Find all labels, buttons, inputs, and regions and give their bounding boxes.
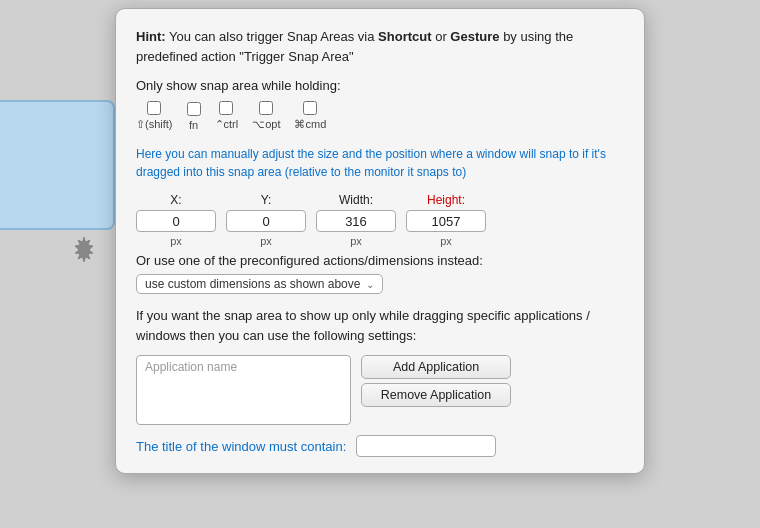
window-title-input[interactable] <box>356 435 496 457</box>
y-input[interactable] <box>226 210 306 232</box>
app-list-placeholder: Application name <box>141 358 241 376</box>
x-unit: px <box>170 235 182 247</box>
dragging-text: If you want the snap area to show up onl… <box>136 306 624 345</box>
height-unit: px <box>440 235 452 247</box>
window-title-label: The title of the window must contain: <box>136 439 346 454</box>
hint-middle: or <box>435 29 450 44</box>
modifier-opt: ⌥opt <box>252 101 280 131</box>
info-text: Here you can manually adjust the size an… <box>136 145 624 181</box>
modifier-fn-label: fn <box>189 119 198 131</box>
x-label: X: <box>170 193 181 207</box>
modifiers-row: ⇧(shift) fn ⌃ctrl ⌥opt ⌘cmd <box>136 101 624 131</box>
chevron-down-icon: ⌄ <box>366 279 374 290</box>
add-application-button[interactable]: Add Application <box>361 355 511 379</box>
y-label: Y: <box>261 193 272 207</box>
height-label: Height: <box>427 193 465 207</box>
checkbox-opt[interactable] <box>259 101 273 115</box>
app-buttons: Add Application Remove Application <box>361 355 511 407</box>
gear-icon[interactable] <box>68 235 100 267</box>
remove-application-button[interactable]: Remove Application <box>361 383 511 407</box>
modifier-fn: fn <box>187 102 201 131</box>
height-field-group: Height: px <box>406 193 486 247</box>
app-section: Application name Add Application Remove … <box>136 355 624 425</box>
width-input[interactable] <box>316 210 396 232</box>
x-field-group: X: px <box>136 193 216 247</box>
modifier-shift-label: ⇧(shift) <box>136 118 173 131</box>
settings-panel: Hint: You can also trigger Snap Areas vi… <box>115 8 645 474</box>
hint-prefix: You can also trigger Snap Areas via <box>169 29 378 44</box>
snap-area-preview <box>0 100 115 230</box>
modifier-opt-label: ⌥opt <box>252 118 280 131</box>
checkbox-fn[interactable] <box>187 102 201 116</box>
width-unit: px <box>350 235 362 247</box>
position-row: X: px Y: px Width: px Height: px <box>136 193 624 247</box>
height-input[interactable] <box>406 210 486 232</box>
app-list-box[interactable]: Application name <box>136 355 351 425</box>
dropdown-label: use custom dimensions as shown above <box>145 277 360 291</box>
modifier-shift: ⇧(shift) <box>136 101 173 131</box>
hint-label: Hint: <box>136 29 166 44</box>
checkbox-shift[interactable] <box>147 101 161 115</box>
checkbox-cmd[interactable] <box>303 101 317 115</box>
preconfigured-label: Or use one of the preconfigured actions/… <box>136 253 624 268</box>
modifier-cmd-label: ⌘cmd <box>294 118 326 131</box>
y-unit: px <box>260 235 272 247</box>
modifier-ctrl-label: ⌃ctrl <box>215 118 239 131</box>
dimensions-dropdown[interactable]: use custom dimensions as shown above ⌄ <box>136 274 383 294</box>
shortcut-label: Shortcut <box>378 29 431 44</box>
hint-text: Hint: You can also trigger Snap Areas vi… <box>136 27 624 66</box>
checkbox-ctrl[interactable] <box>219 101 233 115</box>
width-field-group: Width: px <box>316 193 396 247</box>
window-title-row: The title of the window must contain: <box>136 435 624 457</box>
x-input[interactable] <box>136 210 216 232</box>
gesture-label: Gesture <box>450 29 499 44</box>
modifier-cmd: ⌘cmd <box>294 101 326 131</box>
width-label: Width: <box>339 193 373 207</box>
y-field-group: Y: px <box>226 193 306 247</box>
modifiers-label: Only show snap area while holding: <box>136 78 624 93</box>
modifier-ctrl: ⌃ctrl <box>215 101 239 131</box>
